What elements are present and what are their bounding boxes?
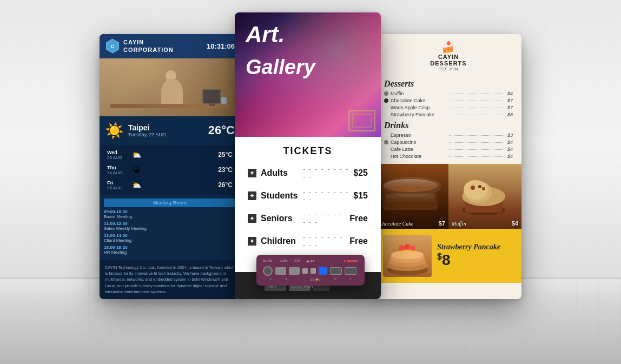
dessert-photos: Chocolate Cake $7: [375, 164, 521, 299]
meeting-item-1: 11:00-12:00 Sales Weekly Meeting: [104, 221, 236, 231]
port-eth-2: [289, 267, 300, 275]
dessert-dot-muffin: [384, 91, 388, 96]
meetings-header: Meeting Room: [104, 198, 236, 207]
svg-point-27: [405, 244, 410, 249]
svg-point-9: [384, 179, 438, 192]
desk-scene: [110, 70, 229, 114]
forecast-row-2: Fri 25 AUG ⛅ 26°C: [105, 178, 235, 192]
ticket-label-seniors: Seniors: [261, 214, 299, 223]
dessert-header: 🍰 CAYIN DESSERTS EST. 1994: [375, 34, 521, 76]
svg-point-10: [384, 179, 438, 192]
ticket-price-adults: $25: [353, 168, 368, 178]
cayin-hex-icon: C: [105, 38, 120, 54]
forecast-icon-2: ⛅: [132, 181, 141, 189]
svg-point-20: [482, 187, 485, 190]
port-hdmi-1: [330, 267, 342, 275]
ticket-icon-seniors: ✦: [248, 214, 256, 223]
dessert-photo-row-1: Chocolate Cake $7: [375, 164, 521, 229]
dessert-photo-muffin: Muffin $4: [448, 164, 521, 229]
forecast-icon-1: 🌤: [132, 166, 140, 174]
stage: C CAYIN CORPORATION 10:31:06 ☀️ Taipei T: [0, 0, 621, 364]
screen-left: C CAYIN CORPORATION 10:31:06 ☀️ Taipei T: [100, 34, 240, 299]
ticket-row-students: ✦ Students - - - - - - - - - - $15: [248, 188, 368, 203]
svg-point-18: [471, 186, 475, 190]
mini-pc: DC IN LAN ATX ▶ AT ▼ RESET 1 2: [256, 255, 365, 286]
sun-icon: ☀️: [105, 122, 124, 140]
muffin-caption: Muffin: [452, 221, 518, 227]
port-hdmi-2: [345, 267, 356, 275]
ticket-label-children: Children: [261, 236, 299, 246]
ticket-dots-students: - - - - - - - - - -: [303, 188, 349, 203]
meeting-item-2: 13:00-14:30 Client Meeting: [104, 233, 236, 243]
dessert-dot-choc-cake: [384, 98, 388, 103]
ticket-row-seniors: ✦ Seniors - - - - - - - - - - Free: [248, 211, 368, 226]
forecast-temp-0: 25°C: [218, 151, 233, 158]
ticket-label-students: Students: [261, 191, 299, 201]
ticket-icon-students: ✦: [248, 191, 256, 200]
highlight-pancake-text: Strawberry Pancake $8: [437, 243, 514, 269]
ticket-price-students: $15: [353, 191, 368, 201]
meetings-section: Meeting Room 09:00-10:30 Board Meeting 1…: [100, 195, 240, 260]
pc-box: DC IN LAN ATX ▶ AT ▼ RESET 1 2: [256, 255, 365, 286]
forecast-date-1: 24 AUG: [107, 170, 129, 175]
ticket-price-children: Free: [349, 236, 368, 246]
weather-date: Tuesday, 22 AUG: [128, 132, 204, 137]
cayin-description: CAYIN Technology Co., Ltd., founded in 2…: [100, 260, 240, 299]
svg-point-28: [410, 246, 415, 251]
forecast-icon-0: ⛅: [132, 150, 141, 159]
forecast-date-2: 25 AUG: [107, 186, 129, 190]
forecast-row-0: Wed 23 AUG ⛅ 25°C: [105, 148, 235, 162]
weather-city: Taipei: [128, 123, 204, 132]
pc-top-row: DC IN LAN ATX ▶ AT ▼ RESET: [263, 259, 358, 263]
ticket-price-seniors: Free: [349, 214, 368, 223]
cayin-header: C CAYIN CORPORATION 10:31:06: [100, 34, 240, 58]
cayin-desserts-name: CAYIN DESSERTS: [430, 54, 466, 67]
screen-right: 🍰 CAYIN DESSERTS EST. 1994 Desserts Muff…: [375, 34, 521, 299]
ticket-icon-adults: ✦: [248, 169, 256, 177]
dessert-highlight-pancake: Strawberry Pancake $8: [375, 229, 521, 283]
cake-illustration: [375, 164, 448, 229]
muffin-image-bg: [448, 164, 521, 229]
ticket-dots-children: - - - - - - - - - -: [303, 234, 345, 249]
tickets-section: TICKETS ✦ Adults - - - - - - - - - - $25…: [235, 137, 381, 272]
port-small-2: [311, 268, 316, 274]
port-eth-1: [275, 267, 286, 275]
dessert-item-choc-cake: Chocolate Cake $7: [384, 98, 513, 103]
meeting-item-0: 09:00-10:30 Board Meeting: [104, 209, 236, 219]
desk-surface: [110, 104, 229, 108]
forecast-date-0: 23 AUG: [107, 155, 129, 160]
forecast-day-0: Wed: [107, 150, 129, 155]
weather-section: ☀️ Taipei Tuesday, 22 AUG 26°C: [100, 116, 240, 145]
art-text: Art.: [246, 23, 285, 46]
forecast-temp-1: 23°C: [218, 166, 233, 174]
cayin-time: 10:31:06: [207, 42, 235, 50]
weather-temp: 26°C: [208, 123, 235, 137]
highlight-pancake-price: $8: [437, 252, 514, 269]
port-power: [263, 266, 273, 276]
cayin-desserts-est: EST. 1994: [439, 67, 459, 71]
dessert-item-apple-crisp: Warm Apple Crisp $7: [384, 105, 513, 110]
dessert-item-strawberry: Strawberry Pancake $8: [384, 112, 513, 117]
desserts-logo-icon: 🍰: [441, 41, 455, 54]
drink-item-cappuccino: Cappuccino $4: [384, 140, 513, 145]
corner-design-icon: [348, 110, 375, 131]
forecast-row-1: Thu 24 AUG 🌤 23°C: [105, 163, 235, 177]
port-small-1: [302, 268, 308, 274]
pc-port-labels: DC IN LAN ATX ▶ AT: [263, 259, 314, 263]
meeting-item-3: 18:00-19:20 HR Meeting: [104, 245, 236, 255]
drink-item-hot-choc: Hot Chocolate $4: [384, 154, 513, 159]
ticket-row-children: ✦ Children - - - - - - - - - - Free: [248, 234, 368, 249]
ticket-row-adults: ✦ Adults - - - - - - - - - - $25: [248, 166, 368, 181]
cayin-image: [100, 58, 240, 116]
art-gallery-image: Art. Gallery: [235, 12, 381, 137]
forecast-day-2: Fri: [107, 180, 129, 186]
drink-item-cafe-latte: Cafe Latte $4: [384, 147, 513, 152]
highlight-pancake-name: Strawberry Pancake: [437, 243, 514, 252]
ticket-dots-seniors: - - - - - - - - - -: [303, 211, 345, 226]
forecast-temp-2: 26°C: [218, 181, 233, 189]
cake-image-bg: [375, 164, 448, 229]
person-head: [166, 70, 176, 81]
cup-icon: [221, 97, 227, 104]
cayin-desserts-logo: 🍰 CAYIN DESSERTS EST. 1994: [430, 41, 466, 71]
muffin-price-badge: $4: [512, 220, 518, 227]
